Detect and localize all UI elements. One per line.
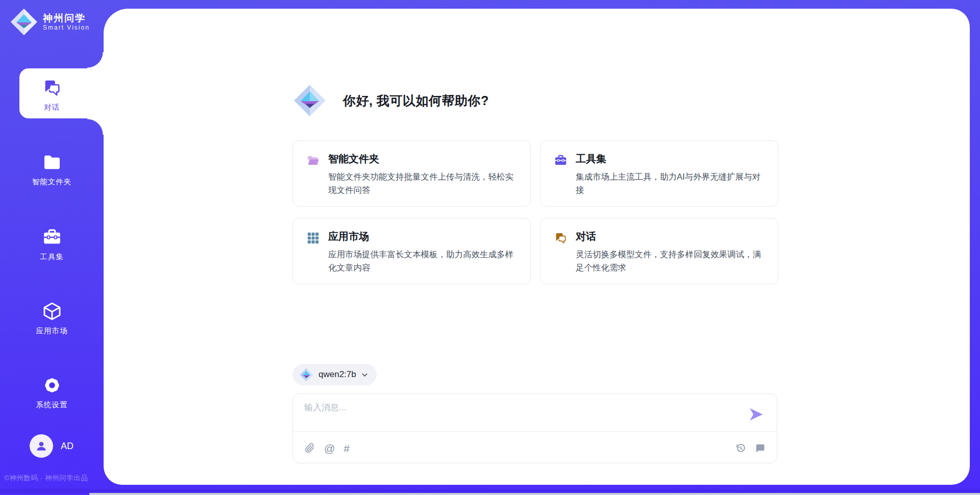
card-toolset[interactable]: 工具集 集成市场上主流工具，助力AI与外界无缝扩展与对接 xyxy=(540,140,778,207)
sidebar-item-label: 对话 xyxy=(0,103,104,112)
brand: 神州问学 Smart Vision xyxy=(10,8,90,36)
folder-icon xyxy=(42,152,62,172)
card-desc: 灵活切换多模型文件，支持多样回复效果调试，满足个性化需求 xyxy=(576,248,765,274)
send-icon[interactable] xyxy=(748,406,764,423)
user-name: AD xyxy=(61,441,74,452)
sidebar-item-label: 工具集 xyxy=(0,252,104,262)
card-app-market[interactable]: 应用市场 应用市场提供丰富长文本模板，助力高效生成多样化文章内容 xyxy=(292,218,531,284)
person-icon xyxy=(35,439,48,453)
card-title: 工具集 xyxy=(576,152,765,166)
sidebar-item-toolset[interactable]: 工具集 xyxy=(0,224,104,262)
card-smart-folder[interactable]: 智能文件夹 智能文件夹功能支持批量文件上传与清洗，轻松实现文件问答 xyxy=(292,140,531,207)
card-title: 对话 xyxy=(576,230,765,243)
folder-open-icon xyxy=(306,154,320,167)
gear-icon xyxy=(42,375,62,395)
sidebar-item-label: 智能文件夹 xyxy=(0,177,104,187)
user-account[interactable]: AD xyxy=(30,434,74,458)
composer-divider xyxy=(293,431,777,432)
composer-toolbar: @ # xyxy=(304,438,766,458)
card-chat[interactable]: 对话 灵活切换多模型文件，支持多样回复效果调试，满足个性化需求 xyxy=(540,218,778,284)
copyright-text: ©神州数码 · 神州问学出品 xyxy=(4,474,106,483)
brand-subtitle: Smart Vision xyxy=(43,24,90,31)
main-panel: 你好, 我可以如何帮助你? 智能文件夹 智能文件夹功能支持批量文件上传与清洗，轻… xyxy=(104,9,970,485)
sidebar-item-chat[interactable]: 对话 xyxy=(0,75,104,112)
history-icon[interactable] xyxy=(735,442,746,454)
card-title: 应用市场 xyxy=(328,230,517,243)
greeting-title: 你好, 我可以如何帮助你? xyxy=(343,92,489,109)
sidebar: 神州问学 Smart Vision 对话 智能文件夹 工具集 应用市 xyxy=(0,0,104,495)
app-grid-icon xyxy=(306,231,320,245)
greeting-block: 你好, 我可以如何帮助你? xyxy=(293,84,489,117)
message-input[interactable] xyxy=(304,402,743,427)
card-desc: 集成市场上主流工具，助力AI与外界无缝扩展与对接 xyxy=(576,170,765,196)
sidebar-item-app-market[interactable]: 应用市场 xyxy=(0,298,104,336)
message-icon[interactable] xyxy=(754,442,766,454)
card-desc: 智能文件夹功能支持批量文件上传与清洗，轻松实现文件问答 xyxy=(328,170,517,196)
hashtag-icon[interactable]: # xyxy=(344,443,350,454)
toolbox-icon xyxy=(554,154,568,167)
cube-icon xyxy=(42,301,62,321)
feature-cards: 智能文件夹 智能文件夹功能支持批量文件上传与清洗，轻松实现文件问答 工具集 集成… xyxy=(292,140,778,284)
avatar xyxy=(30,434,53,458)
sidebar-item-settings[interactable]: 系统设置 xyxy=(0,372,104,410)
sidebar-item-label: 应用市场 xyxy=(0,326,104,336)
attachment-icon[interactable] xyxy=(304,442,315,454)
brand-logo-icon xyxy=(10,8,38,36)
chevron-down-icon xyxy=(361,371,369,379)
toolbar-right xyxy=(735,442,766,454)
brand-title: 神州问学 xyxy=(43,13,90,24)
card-title: 智能文件夹 xyxy=(328,152,517,166)
model-label: qwen2:7b xyxy=(318,369,356,380)
chat-icon xyxy=(554,231,568,245)
card-desc: 应用市场提供丰富长文本模板，助力高效生成多样化文章内容 xyxy=(328,248,517,274)
mention-icon[interactable]: @ xyxy=(324,443,335,454)
sidebar-item-smart-folder[interactable]: 智能文件夹 xyxy=(0,149,104,187)
toolbox-icon xyxy=(42,227,62,247)
chat-icon xyxy=(42,78,62,98)
sidebar-item-label: 系统设置 xyxy=(0,400,104,410)
message-composer: @ # xyxy=(292,393,777,463)
model-selector[interactable]: qwen2:7b xyxy=(292,364,377,385)
model-logo-icon xyxy=(300,368,313,382)
brand-diamond-icon xyxy=(293,84,326,117)
horizontal-scrollbar[interactable] xyxy=(89,493,980,495)
